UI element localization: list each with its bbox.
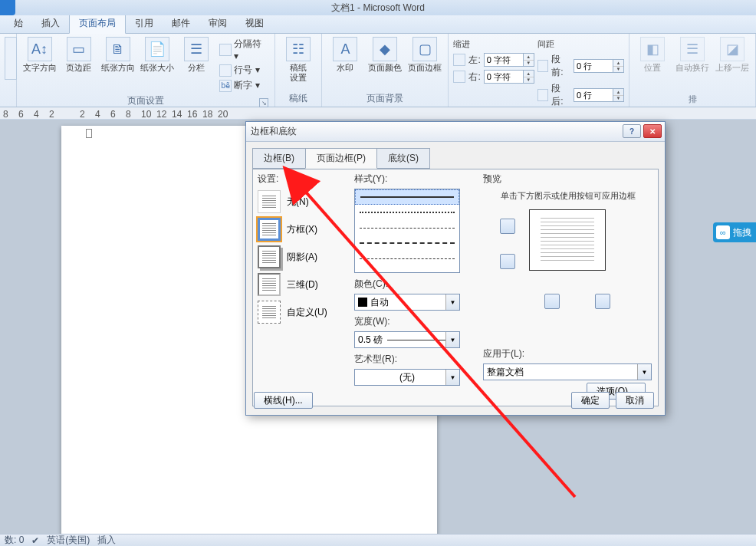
status-bar: 数: 0 ✔ 英语(美国) 插入 [0, 534, 756, 546]
dialog-tab-borders[interactable]: 边框(B) [252, 148, 306, 169]
dialog-tab-shading[interactable]: 底纹(S) [376, 148, 430, 169]
tab-page-layout[interactable]: 页面布局 [69, 13, 126, 34]
spinner-down-icon[interactable]: ▼ [524, 61, 534, 67]
hyphenation-label: 断字 ▾ [234, 79, 259, 92]
preview-page[interactable] [529, 209, 606, 271]
edge-top-button[interactable] [500, 219, 515, 234]
watermark-button[interactable]: A 水印 [327, 35, 363, 73]
spacing-before-icon [537, 60, 549, 72]
indent-right-spinner[interactable]: ▲▼ [484, 70, 534, 84]
dialog-help-button[interactable]: ? [623, 124, 641, 138]
style-dashdot[interactable] [355, 251, 459, 266]
side-float-button[interactable]: ∞ 拖拽 [713, 222, 756, 242]
settings-label: 设置: [258, 173, 350, 186]
chevron-down-icon[interactable]: ▼ [445, 370, 459, 385]
edge-bottom-button[interactable] [500, 254, 515, 269]
group-paper-label: 稿纸 [289, 92, 307, 105]
dialog-close-button[interactable]: ✕ [643, 124, 662, 138]
tab-mailings[interactable]: 邮件 [163, 14, 199, 33]
spacing-after-label: 段后: [551, 82, 570, 108]
chevron-down-icon[interactable]: ▼ [445, 332, 459, 347]
spinner-up-icon[interactable]: ▲ [524, 54, 534, 61]
bring-forward-button[interactable]: ◪ 上移一层 [714, 35, 751, 73]
setting-custom[interactable]: 自定义(U) [258, 301, 350, 324]
tab-review[interactable]: 审阅 [199, 14, 236, 33]
spacing-after-spinner[interactable]: ▲▼ [574, 88, 624, 102]
link-icon: ∞ [716, 225, 730, 239]
columns-icon: ☰ [184, 37, 209, 61]
ruler-tick: 2 [80, 109, 85, 120]
themes-icon[interactable] [5, 37, 17, 80]
margins-button[interactable]: ▭ 页边距 [61, 35, 97, 73]
page-color-icon: ◆ [373, 37, 397, 61]
style-dash[interactable] [355, 235, 459, 251]
page-color-button[interactable]: ◆ 页面颜色 [366, 35, 403, 73]
size-icon: 📄 [145, 37, 169, 61]
edge-right-button[interactable] [595, 294, 610, 309]
tab-references[interactable]: 引用 [126, 14, 163, 33]
indent-right-input[interactable] [484, 70, 524, 84]
apply-to-value: 整篇文档 [487, 366, 524, 379]
art-combo[interactable]: (无) ▼ [354, 369, 460, 386]
orientation-button[interactable]: 🗎 纸张方向 [100, 35, 136, 73]
ribbon-tabs: 始 插入 页面布局 引用 邮件 审阅 视图 [0, 15, 756, 34]
status-insert-mode[interactable]: 插入 [97, 534, 116, 546]
wrap-text-button[interactable]: ☰ 自动换行 [674, 35, 711, 73]
tab-insert[interactable]: 插入 [32, 14, 69, 33]
ok-button[interactable]: 确定 [571, 392, 610, 409]
position-button[interactable]: ◧ 位置 [634, 35, 671, 73]
edge-left-button[interactable] [544, 294, 560, 309]
width-label: 宽度(W): [354, 315, 469, 328]
columns-button[interactable]: ☰ 分栏 [178, 35, 214, 73]
spinner-up-icon[interactable]: ▲ [613, 60, 623, 67]
indent-left-label: 左: [468, 54, 480, 67]
ruler-tick: 14 [172, 109, 182, 120]
hyphenation-button[interactable]: bẽ断字 ▾ [217, 78, 270, 93]
tab-home-partial[interactable]: 始 [5, 14, 32, 33]
spacing-before-spinner[interactable]: ▲▼ [574, 59, 624, 73]
chevron-down-icon[interactable]: ▼ [637, 364, 651, 380]
spinner-up-icon[interactable]: ▲ [524, 71, 534, 77]
breaks-button[interactable]: 分隔符 ▾ [217, 37, 270, 62]
setting-3d[interactable]: 三维(D) [258, 273, 350, 296]
line-numbers-button[interactable]: 行号 ▾ [217, 63, 270, 77]
style-list[interactable] [354, 189, 460, 273]
horizontal-ruler[interactable]: 8 6 4 2 2 4 6 8 10 12 14 16 18 20 [0, 107, 756, 120]
spinner-down-icon[interactable]: ▼ [613, 67, 623, 73]
dialog-tab-page-border[interactable]: 页面边框(P) [305, 148, 377, 169]
setting-shadow[interactable]: 阴影(A) [258, 245, 350, 268]
page-borders-button[interactable]: ▢ 页面边框 [406, 35, 443, 73]
ruler-tick: 8 [126, 109, 131, 120]
chevron-down-icon[interactable]: ▼ [445, 294, 459, 310]
style-solid[interactable] [355, 189, 459, 205]
indent-heading: 缩进 [453, 38, 534, 50]
paper-setting-button[interactable]: ☷ 稿纸 设置 [280, 35, 317, 83]
group-arrange-label-partial: 排 [634, 92, 751, 107]
status-language[interactable]: 英语(美国) [47, 534, 90, 546]
apply-to-combo[interactable]: 整篇文档 ▼ [483, 363, 652, 380]
spinner-down-icon[interactable]: ▼ [524, 77, 534, 84]
apply-to-label: 应用于(L): [483, 347, 652, 360]
spacing-before-input[interactable] [574, 59, 613, 73]
width-combo[interactable]: 0.5 磅 ▼ [354, 331, 460, 348]
style-dash-fine[interactable] [355, 220, 459, 235]
status-proofing-icon[interactable]: ✔ [31, 535, 39, 546]
cancel-button[interactable]: 取消 [616, 392, 654, 409]
setting-box[interactable]: 方框(X) [258, 218, 350, 241]
spinner-up-icon[interactable]: ▲ [613, 89, 623, 96]
style-dotted[interactable] [355, 205, 459, 220]
indent-left-spinner[interactable]: ▲▼ [484, 53, 534, 67]
dialog-titlebar[interactable]: 边框和底纹 ? ✕ [246, 122, 665, 142]
setting-3d-label: 三维(D) [287, 278, 318, 291]
text-direction-button[interactable]: A↕ 文字方向 [21, 35, 58, 73]
horizontal-line-button[interactable]: 横线(H)... [254, 392, 313, 409]
size-button[interactable]: 📄 纸张大小 [139, 35, 175, 73]
tab-view[interactable]: 视图 [236, 14, 273, 33]
page-setup-launcher[interactable]: ↘ [259, 98, 268, 107]
color-combo[interactable]: 自动 ▼ [354, 294, 460, 311]
spacing-after-input[interactable] [574, 88, 613, 102]
group-page-setup-label: 页面设置 [127, 94, 164, 107]
setting-none[interactable]: 无(N) [258, 190, 350, 213]
indent-left-input[interactable] [484, 53, 524, 67]
spinner-down-icon[interactable]: ▼ [613, 96, 623, 102]
